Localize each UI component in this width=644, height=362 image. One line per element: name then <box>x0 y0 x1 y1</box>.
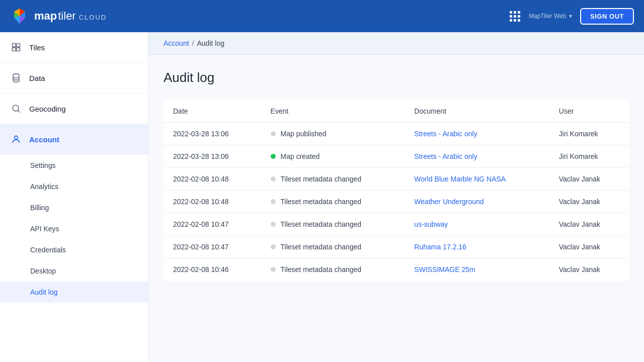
status-dot <box>271 267 276 272</box>
table-body: 2022-03-28 13:06 Map published Streets -… <box>164 123 629 281</box>
document-link[interactable]: Weather Underground <box>414 198 484 206</box>
event-label: Tileset metadata changed <box>281 265 362 274</box>
cell-date: 2022-02-08 10:48 <box>164 168 262 191</box>
sidebar-item-account[interactable]: Account <box>0 124 148 155</box>
cell-document: Ruhama 17.2.16 <box>405 236 549 258</box>
event-label: Tileset metadata changed <box>281 220 362 228</box>
cell-event: Map published <box>262 123 406 145</box>
sidebar-subitem-credentials[interactable]: Credentials <box>0 239 148 260</box>
sidebar-item-geocoding-label: Geocoding <box>29 105 66 113</box>
cell-event: Map created <box>262 145 406 168</box>
sidebar-item-data-label: Data <box>29 74 45 82</box>
sidebar-subitem-audit-log[interactable]: Audit log <box>0 282 148 303</box>
sign-out-button[interactable]: SIGN OUT <box>580 8 634 25</box>
cell-document: SWISSIMAGE 25m <box>405 258 549 281</box>
cell-date: 2022-02-08 10:47 <box>164 236 262 258</box>
sidebar-item-data[interactable]: Data <box>0 63 148 94</box>
logo-tiler: tiler <box>58 10 75 23</box>
status-dot <box>271 222 276 227</box>
sidebar-subitem-desktop[interactable]: Desktop <box>0 260 148 282</box>
svg-rect-1 <box>13 44 16 47</box>
table-row: 2022-02-08 10:48 Tileset metadata change… <box>164 191 629 213</box>
sidebar-subitem-desktop-label: Desktop <box>30 267 56 275</box>
tiles-icon <box>10 41 22 53</box>
cell-user: Vaclav Janak <box>550 213 629 236</box>
table-row: 2022-03-28 13:06 Map published Streets -… <box>164 123 629 145</box>
sidebar-subitem-analytics-label: Analytics <box>30 183 58 191</box>
sidebar-subitem-settings[interactable]: Settings <box>0 155 148 176</box>
svg-rect-2 <box>17 44 20 47</box>
document-link[interactable]: us-subway <box>414 220 448 228</box>
svg-point-6 <box>15 136 18 139</box>
document-link[interactable]: Streets - Arabic only <box>414 130 477 138</box>
sidebar-subitem-billing[interactable]: Billing <box>0 197 148 218</box>
col-user: User <box>550 100 629 123</box>
table-row: 2022-02-08 10:48 Tileset metadata change… <box>164 168 629 191</box>
sidebar-item-geocoding[interactable]: Geocoding <box>0 94 148 124</box>
sidebar-subitem-api-keys-label: API Keys <box>30 225 59 233</box>
table-row: 2022-03-28 13:06 Map created Streets - A… <box>164 145 629 168</box>
cell-date: 2022-03-28 13:06 <box>164 123 262 145</box>
logo-text: map tiler CLOUD <box>34 10 107 23</box>
status-dot <box>271 154 276 159</box>
cell-event: Tileset metadata changed <box>262 236 406 258</box>
status-dot <box>271 244 276 249</box>
svg-point-5 <box>13 105 19 111</box>
cell-document: Streets - Arabic only <box>405 145 549 168</box>
sidebar-subitem-credentials-label: Credentials <box>30 246 66 254</box>
sidebar-item-tiles-label: Tiles <box>29 43 45 52</box>
cell-user: Vaclav Janak <box>550 191 629 213</box>
cell-user: Vaclav Janak <box>550 258 629 281</box>
cell-event: Tileset metadata changed <box>262 213 406 236</box>
sidebar-subitem-billing-label: Billing <box>30 204 49 212</box>
sidebar-subitem-api-keys[interactable]: API Keys <box>0 218 148 239</box>
cell-event: Tileset metadata changed <box>262 258 406 281</box>
cell-user: Jiri Komarek <box>550 123 629 145</box>
data-icon <box>10 72 22 84</box>
header-left: map tiler CLOUD <box>10 7 107 26</box>
document-link[interactable]: SWISSIMAGE 25m <box>414 265 475 274</box>
document-link[interactable]: Ruhama 17.2.16 <box>414 243 466 251</box>
cell-document: us-subway <box>405 213 549 236</box>
page-title: Audit log <box>164 70 629 85</box>
logo-cloud: CLOUD <box>79 14 107 21</box>
cell-document: Streets - Arabic only <box>405 123 549 145</box>
sidebar-item-tiles[interactable]: Tiles <box>0 32 148 63</box>
audit-table: Date Event Document User 2022-03-28 13:0… <box>164 100 629 281</box>
breadcrumb-account-link[interactable]: Account <box>164 39 189 47</box>
svg-rect-3 <box>13 48 16 51</box>
header-right: MapTiler Web ▾ SIGN OUT <box>510 8 634 25</box>
col-date: Date <box>164 100 262 123</box>
cell-user: Jiri Komarek <box>550 145 629 168</box>
event-label: Map created <box>281 152 320 160</box>
event-label: Tileset metadata changed <box>281 198 362 206</box>
workspace-name: MapTiler Web <box>529 13 566 20</box>
cell-document: Weather Underground <box>405 191 549 213</box>
workspace-selector[interactable]: MapTiler Web ▾ <box>529 13 572 20</box>
header: map tiler CLOUD MapTiler Web ▾ SIGN OUT <box>0 0 644 32</box>
table-header: Date Event Document User <box>164 100 629 123</box>
cell-document: World Blue Marble NG NASA <box>405 168 549 191</box>
cell-date: 2022-03-28 13:06 <box>164 145 262 168</box>
grid-icon[interactable] <box>510 11 521 22</box>
cell-date: 2022-02-08 10:48 <box>164 191 262 213</box>
event-label: Map published <box>281 130 327 138</box>
cell-date: 2022-02-08 10:46 <box>164 258 262 281</box>
sidebar-subitem-analytics[interactable]: Analytics <box>0 176 148 197</box>
page-content: Audit log Date Event Document User 2022-… <box>148 55 644 296</box>
status-dot <box>271 131 276 136</box>
sidebar-subitem-audit-log-label: Audit log <box>30 288 57 296</box>
geocoding-icon <box>10 103 22 115</box>
event-label: Tileset metadata changed <box>281 175 362 183</box>
col-document: Document <box>405 100 549 123</box>
maptiler-logo <box>10 7 29 26</box>
main-content: Account / Audit log Audit log Date Event… <box>148 32 644 362</box>
status-dot <box>271 199 276 204</box>
chevron-down-icon: ▾ <box>569 13 572 20</box>
document-link[interactable]: World Blue Marble NG NASA <box>414 175 506 183</box>
table-row: 2022-02-08 10:47 Tileset metadata change… <box>164 236 629 258</box>
table-row: 2022-02-08 10:46 Tileset metadata change… <box>164 258 629 281</box>
breadcrumb-separator: / <box>192 39 194 47</box>
document-link[interactable]: Streets - Arabic only <box>414 152 477 160</box>
col-event: Event <box>262 100 406 123</box>
